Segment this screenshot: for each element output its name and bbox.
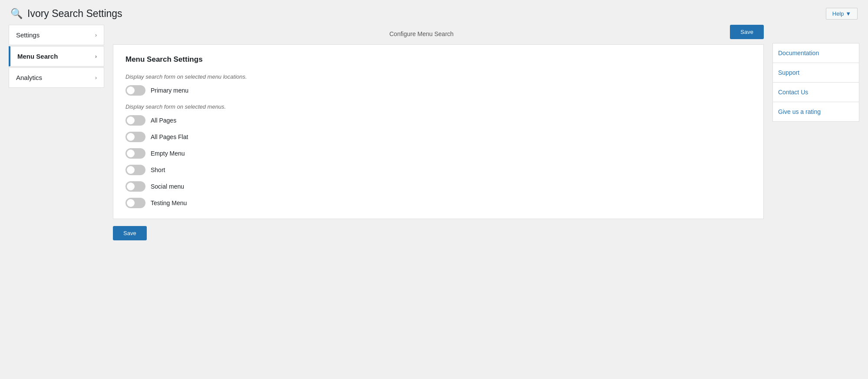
toggle-track-short[interactable]	[125, 165, 145, 175]
label-all-pages: All Pages	[151, 117, 176, 124]
save-button-bottom[interactable]: Save	[113, 226, 147, 240]
page-title: 🔍 Ivory Search Settings	[10, 8, 122, 20]
label-testing-menu: Testing Menu	[151, 199, 187, 206]
link-contact-us[interactable]: Contact Us	[772, 82, 859, 102]
toggle-track-all-pages-flat[interactable]	[125, 132, 145, 142]
page-header: 🔍 Ivory Search Settings Help ▼	[0, 0, 868, 25]
sidebar-item-analytics[interactable]: Analytics ›	[9, 67, 104, 88]
bottom-save-wrap: Save	[113, 226, 764, 240]
toggle-primary-menu[interactable]	[125, 85, 145, 96]
chevron-right-icon-settings: ›	[95, 32, 97, 38]
label-all-pages-flat: All Pages Flat	[151, 133, 188, 140]
section1-description: Display search form on selected menu loc…	[125, 73, 751, 80]
right-sidebar: Documentation Support Contact Us Give us…	[772, 43, 859, 122]
toggle-all-pages-flat[interactable]	[125, 132, 145, 142]
search-icon-header: 🔍	[10, 8, 23, 20]
configure-label: Configure Menu Search	[113, 25, 730, 43]
sidebar-label-menu-search: Menu Search	[17, 53, 58, 60]
chevron-right-icon-analytics: ›	[95, 75, 97, 81]
toggle-track-all-pages[interactable]	[125, 115, 145, 126]
panel-title: Menu Search Settings	[125, 55, 751, 64]
label-short: Short	[151, 166, 165, 173]
toggle-social-menu[interactable]	[125, 181, 145, 192]
left-sidebar: Settings › Menu Search › Analytics ›	[9, 25, 104, 88]
toggle-track-empty-menu[interactable]	[125, 148, 145, 159]
help-button[interactable]: Help ▼	[826, 8, 858, 20]
toggle-all-pages[interactable]	[125, 115, 145, 126]
main-layout: Settings › Menu Search › Analytics › Con…	[0, 25, 868, 240]
sidebar-label-analytics: Analytics	[16, 74, 42, 81]
sidebar-item-menu-search[interactable]: Menu Search ›	[9, 46, 104, 66]
label-social-menu: Social menu	[151, 183, 184, 190]
link-support[interactable]: Support	[772, 63, 859, 82]
toggle-row-primary-menu: Primary menu	[125, 85, 751, 96]
top-row: Configure Menu Search Save	[113, 25, 764, 43]
toggle-track-testing-menu[interactable]	[125, 198, 145, 208]
sidebar-label-settings: Settings	[16, 31, 40, 39]
link-documentation[interactable]: Documentation	[772, 43, 859, 63]
link-give-rating[interactable]: Give us a rating	[772, 102, 859, 122]
center-content: Configure Menu Search Save Menu Search S…	[104, 25, 772, 240]
toggle-row-all-pages: All Pages	[125, 115, 751, 126]
chevron-right-icon-menu-search: ›	[95, 53, 97, 60]
label-primary-menu: Primary menu	[151, 87, 188, 94]
toggle-short[interactable]	[125, 165, 145, 175]
menu-search-panel: Menu Search Settings Display search form…	[113, 44, 764, 219]
toggle-row-social-menu: Social menu	[125, 181, 751, 192]
toggle-empty-menu[interactable]	[125, 148, 145, 159]
sidebar-item-settings[interactable]: Settings ›	[9, 25, 104, 45]
toggle-row-testing-menu: Testing Menu	[125, 198, 751, 208]
toggle-row-empty-menu: Empty Menu	[125, 148, 751, 159]
toggle-track-primary-menu[interactable]	[125, 85, 145, 96]
section2-description: Display search form on selected menus.	[125, 103, 751, 110]
toggle-row-short: Short	[125, 165, 751, 175]
toggle-row-all-pages-flat: All Pages Flat	[125, 132, 751, 142]
label-empty-menu: Empty Menu	[151, 150, 185, 157]
toggle-track-social-menu[interactable]	[125, 181, 145, 192]
page-title-text: Ivory Search Settings	[27, 8, 122, 20]
toggle-testing-menu[interactable]	[125, 198, 145, 208]
save-button-top[interactable]: Save	[730, 25, 764, 39]
